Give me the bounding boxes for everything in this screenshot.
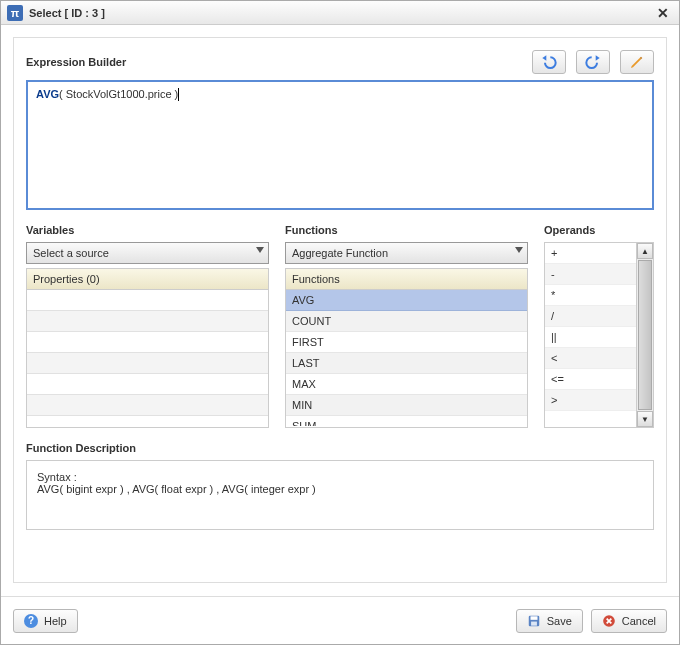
function-item-sum[interactable]: SUM [286,416,527,426]
close-icon[interactable]: ✕ [653,5,673,21]
save-icon [527,614,541,628]
chevron-down-icon [515,247,523,253]
function-item-last[interactable]: LAST [286,353,527,374]
help-button[interactable]: ? Help [13,609,78,633]
table-row[interactable] [27,395,268,416]
properties-header: Properties (0) [27,269,268,290]
operands-list: +-*/||<<=> ▲ ▼ [544,242,654,428]
scroll-thumb[interactable] [638,260,652,410]
source-select-value: Select a source [33,247,109,259]
operand-item[interactable]: / [545,306,636,327]
dialog: π Select [ ID : 3 ] ✕ Expression Builder… [0,0,680,645]
svg-rect-2 [531,621,537,625]
expr-arg: StockVolGt1000.price [66,88,172,100]
function-item-max[interactable]: MAX [286,374,527,395]
save-button[interactable]: Save [516,609,583,633]
source-select[interactable]: Select a source [26,242,269,264]
function-category-value: Aggregate Function [292,247,388,259]
table-row[interactable] [27,290,268,311]
scroll-down-button[interactable]: ▼ [637,411,653,427]
operand-item[interactable]: <= [545,369,636,390]
cancel-icon [602,614,616,628]
operands-column: Operands +-*/||<<=> ▲ ▼ [544,224,654,428]
function-category-select[interactable]: Aggregate Function [285,242,528,264]
titlebar: π Select [ ID : 3 ] ✕ [1,1,679,25]
variables-label: Variables [26,224,269,236]
app-icon: π [7,5,23,21]
functions-label: Functions [285,224,528,236]
table-row[interactable] [27,374,268,395]
expression-textarea[interactable]: AVG( StockVolGt1000.price ) [26,80,654,210]
functions-column: Functions Aggregate Function Functions A… [285,224,528,428]
help-icon: ? [24,614,38,628]
scroll-up-button[interactable]: ▲ [637,243,653,259]
functions-list: Functions AVGCOUNTFIRSTLASTMAXMINSUM [285,268,528,428]
columns: Variables Select a source Properties (0) [26,224,654,428]
dialog-body: Expression Builder AVG( StockVolGt1000.p… [1,25,679,596]
table-row[interactable] [27,353,268,374]
function-description-box: Syntax : AVG( bigint expr ) , AVG( float… [26,460,654,530]
operands-scroll[interactable]: +-*/||<<=> [545,243,637,427]
cancel-label: Cancel [622,615,656,627]
function-item-first[interactable]: FIRST [286,332,527,353]
operand-item[interactable]: + [545,243,636,264]
expression-label: Expression Builder [26,56,522,68]
expression-header: Expression Builder [26,50,654,74]
undo-icon [541,54,557,70]
text-cursor [178,88,179,101]
operand-item[interactable]: < [545,348,636,369]
variables-column: Variables Select a source Properties (0) [26,224,269,428]
function-description-label: Function Description [26,442,654,454]
operand-item[interactable]: || [545,327,636,348]
dialog-footer: ? Help Save Cancel [1,596,679,644]
chevron-down-icon [256,247,264,253]
function-item-avg[interactable]: AVG [286,290,527,311]
save-label: Save [547,615,572,627]
function-item-min[interactable]: MIN [286,395,527,416]
table-row[interactable] [27,332,268,353]
syntax-text: AVG( bigint expr ) , AVG( float expr ) ,… [37,483,643,495]
expr-open: ( [59,88,66,100]
expr-close: ) [172,88,179,100]
operand-item[interactable]: - [545,264,636,285]
operand-item[interactable]: > [545,390,636,411]
function-description: Function Description Syntax : AVG( bigin… [26,442,654,530]
properties-table: Properties (0) [26,268,269,428]
window-title: Select [ ID : 3 ] [29,7,653,19]
main-panel: Expression Builder AVG( StockVolGt1000.p… [13,37,667,583]
cancel-button[interactable]: Cancel [591,609,667,633]
scrollbar[interactable]: ▲ ▼ [637,243,653,427]
help-label: Help [44,615,67,627]
properties-rows [27,290,268,416]
redo-button[interactable] [576,50,610,74]
undo-button[interactable] [532,50,566,74]
operands-label: Operands [544,224,654,236]
svg-rect-1 [530,616,537,620]
function-item-count[interactable]: COUNT [286,311,527,332]
syntax-label: Syntax : [37,471,643,483]
edit-button[interactable] [620,50,654,74]
pencil-icon [629,54,645,70]
operand-item[interactable]: * [545,285,636,306]
functions-scroll[interactable]: AVGCOUNTFIRSTLASTMAXMINSUM [286,290,527,426]
functions-list-header: Functions [286,269,527,290]
expr-fn: AVG [36,88,59,100]
table-row[interactable] [27,311,268,332]
redo-icon [585,54,601,70]
